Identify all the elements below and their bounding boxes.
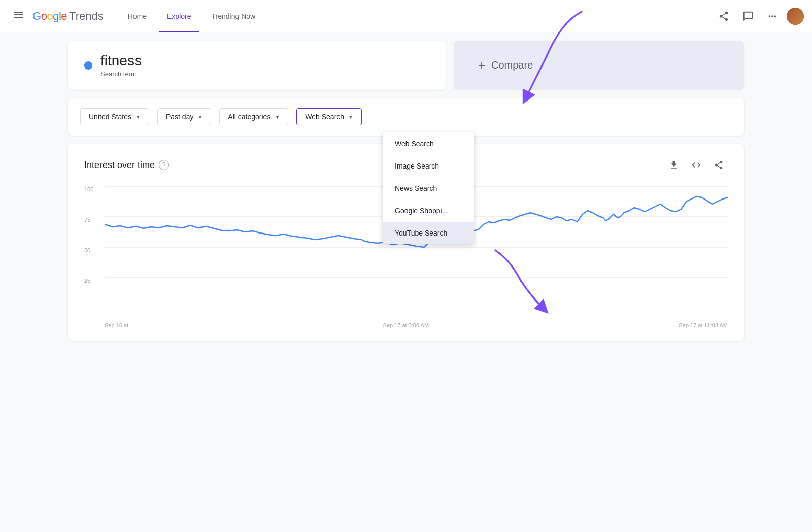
y-label-100: 100 [84, 186, 93, 192]
share-button[interactable] [714, 6, 734, 26]
search-type-chevron-icon: ▼ [348, 114, 353, 120]
download-button[interactable] [665, 156, 683, 174]
header-nav: Home Explore Trending Now [120, 0, 714, 32]
menu-item-google-shopping[interactable]: Google Shoppi... [383, 200, 474, 222]
menu-icon[interactable] [8, 5, 28, 27]
compare-label: Compare [491, 59, 533, 71]
embed-button[interactable] [687, 156, 705, 174]
category-dropdown[interactable]: All categories ▼ [219, 108, 288, 125]
y-label-25: 25 [84, 278, 93, 284]
search-term-label: Search term [100, 70, 142, 78]
logo-g2: g [53, 10, 59, 22]
menu-item-image-search[interactable]: Image Search [383, 155, 474, 177]
region-dropdown[interactable]: United States ▼ [80, 108, 149, 125]
chart-y-labels: 100 75 50 25 [84, 186, 93, 308]
region-chevron-icon: ▼ [136, 114, 141, 120]
search-type-label: Web Search [305, 113, 344, 121]
x-label-2: Sep 17 at 11:08 AM [679, 322, 728, 328]
search-term-row: fitness Search term + Compare [68, 41, 744, 90]
menu-item-news-search[interactable]: News Search [383, 177, 474, 200]
search-term-info: fitness Search term [100, 53, 142, 78]
category-chevron-icon: ▼ [275, 114, 280, 120]
main-content: fitness Search term + Compare United Sta… [56, 32, 756, 349]
search-type-menu: Web Search Image Search News Search Goog… [383, 132, 474, 244]
region-label: United States [89, 113, 131, 121]
compare-plus-icon: + [478, 58, 485, 73]
logo-o2: o [47, 10, 53, 22]
logo[interactable]: Google Trends [32, 10, 104, 23]
chart-title-area: Interest over time ? [84, 160, 169, 171]
logo-e: e [61, 10, 67, 22]
nav-home[interactable]: Home [120, 0, 155, 32]
filter-bar: United States ▼ Past day ▼ All categorie… [68, 98, 744, 136]
category-label: All categories [228, 113, 270, 121]
search-term-card: fitness Search term [68, 41, 446, 90]
share-chart-button[interactable] [709, 156, 728, 174]
logo-o1: o [41, 10, 47, 22]
nav-explore[interactable]: Explore [159, 0, 199, 32]
chart-actions [665, 156, 728, 174]
search-term-dot [84, 61, 92, 70]
avatar-image [787, 8, 804, 25]
chart-x-labels: Sep 16 at... Sep 17 at 3:00 AM Sep 17 at… [105, 313, 728, 328]
compare-card[interactable]: + Compare [454, 41, 744, 90]
chart-title: Interest over time [84, 160, 155, 171]
y-label-50: 50 [84, 247, 93, 253]
menu-item-web-search[interactable]: Web Search [383, 132, 474, 155]
x-label-1: Sep 17 at 3:00 AM [383, 322, 429, 328]
menu-item-youtube-search[interactable]: YouTube Search [383, 222, 474, 244]
x-label-0: Sep 16 at... [105, 322, 133, 328]
search-type-dropdown[interactable]: Web Search ▼ [296, 108, 362, 125]
logo-trends: Trends [69, 10, 104, 23]
nav-trending[interactable]: Trending Now [204, 0, 264, 32]
header-actions [714, 6, 804, 26]
time-label: Past day [166, 113, 193, 121]
chart-help-icon[interactable]: ? [159, 160, 169, 170]
time-chevron-icon: ▼ [197, 114, 202, 120]
logo-g: G [32, 10, 41, 22]
time-dropdown[interactable]: Past day ▼ [157, 108, 211, 125]
search-term-text: fitness [100, 53, 142, 69]
avatar[interactable] [787, 8, 804, 25]
messages-button[interactable] [738, 6, 758, 26]
header: Google Trends Home Explore Trending Now [0, 0, 812, 32]
y-label-75: 75 [84, 217, 93, 223]
apps-button[interactable] [762, 6, 783, 26]
